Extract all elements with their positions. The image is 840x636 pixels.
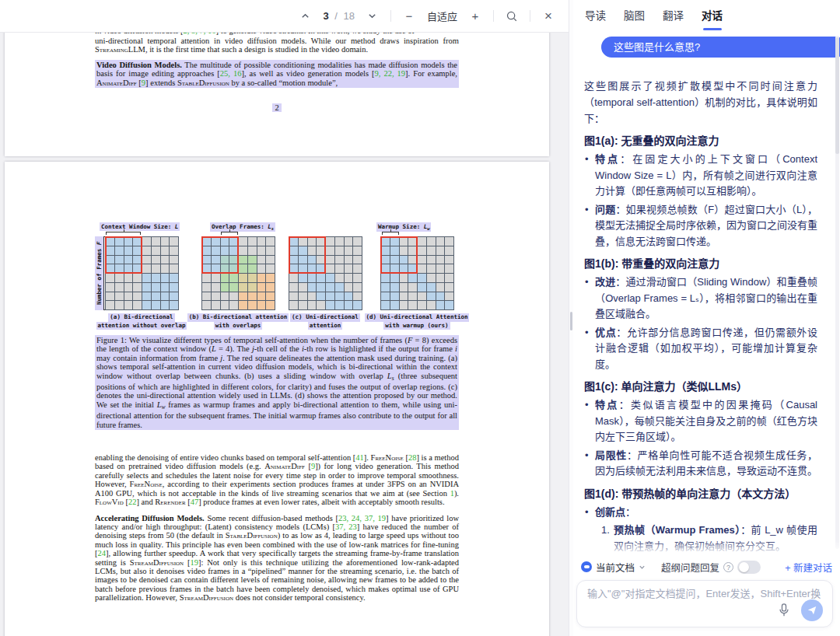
grid-cell bbox=[308, 264, 317, 273]
send-button[interactable] bbox=[801, 599, 823, 621]
grid-cell bbox=[124, 292, 133, 301]
grid-cell bbox=[445, 256, 453, 264]
page-indicator[interactable]: 3 / 18 bbox=[323, 10, 355, 22]
grid-cell bbox=[353, 256, 362, 264]
text-segment: 创新点 bbox=[595, 506, 625, 518]
grid-cell bbox=[408, 274, 417, 282]
attention-grid-a bbox=[105, 236, 179, 310]
assistant-bullet: 创新点： bbox=[584, 505, 817, 521]
grid-cell bbox=[212, 246, 220, 255]
grid-cell bbox=[266, 274, 275, 282]
grid-cell bbox=[289, 292, 298, 301]
grid-cell bbox=[427, 283, 436, 292]
grid-cell bbox=[326, 292, 334, 301]
grid-cell bbox=[308, 256, 317, 264]
grid-cell bbox=[161, 274, 170, 282]
grid-cell bbox=[299, 237, 307, 246]
grid-cell bbox=[381, 237, 390, 246]
page-up-button[interactable] bbox=[297, 9, 313, 24]
pdf-viewer-pane: 3 / 18 − 自适应 + × in video diffusion mode… bbox=[0, 0, 569, 636]
grid-cell bbox=[124, 283, 133, 292]
grid-cell bbox=[106, 274, 114, 282]
grid-cell bbox=[266, 264, 275, 273]
grid-cell bbox=[408, 237, 417, 246]
assistant-bullet: 优点：允许部分信息跨窗口传递，但仍需额外设计融合逻辑（如加权平均），可能增加计算… bbox=[584, 325, 817, 373]
divider-drag-handle[interactable] bbox=[570, 312, 572, 330]
grid-cell bbox=[133, 237, 142, 246]
grid-cell bbox=[299, 283, 307, 292]
search-button[interactable] bbox=[504, 9, 520, 24]
text-segment: Context Window Size: bbox=[101, 223, 175, 230]
text-segment: F bbox=[96, 242, 103, 246]
text-segment: 优点 bbox=[595, 327, 616, 338]
text-segment: ： bbox=[625, 506, 635, 518]
grid-cell bbox=[170, 246, 178, 255]
grid-cell bbox=[142, 256, 151, 264]
chat-scrollbar[interactable] bbox=[835, 36, 839, 549]
grid-cell bbox=[115, 274, 124, 282]
grid-cell bbox=[257, 256, 266, 264]
grid-cell bbox=[418, 274, 426, 282]
tab-对话[interactable]: 对话 bbox=[702, 0, 723, 33]
grid-cell bbox=[308, 246, 317, 255]
doc-scope-selector[interactable]: 当前文档 bbox=[581, 560, 646, 575]
grid-cell bbox=[229, 237, 238, 246]
grid-cell bbox=[427, 264, 436, 273]
grid-cell bbox=[390, 256, 399, 264]
text-segment: StreamDiffusion bbox=[180, 593, 233, 602]
tab-导读[interactable]: 导读 bbox=[585, 0, 606, 33]
assistant-panel: 导读脑图翻译对话 这些图是什么意思? 这些图展示了视频扩散模型中不同时间注意力（… bbox=[573, 0, 840, 636]
tab-脑图[interactable]: 脑图 bbox=[624, 0, 645, 33]
zoom-in-button[interactable]: + bbox=[467, 9, 483, 24]
tab-翻译[interactable]: 翻译 bbox=[663, 0, 684, 33]
grid-cell bbox=[142, 301, 151, 309]
grid-cell bbox=[124, 256, 133, 264]
chat-input-box[interactable] bbox=[576, 580, 833, 627]
grid-cell bbox=[142, 283, 151, 292]
grid-cell bbox=[212, 256, 220, 264]
chevron-up-icon bbox=[300, 11, 310, 21]
zoom-out-button[interactable]: − bbox=[401, 9, 417, 24]
panel-caption-line: (d) Uni-directional Attention bbox=[365, 313, 470, 322]
grid-cell bbox=[400, 301, 408, 309]
block-text: 局限性：严格单向性可能不适合视频生成任务，因为后续帧无法利用未来信息，导致运动不… bbox=[595, 449, 817, 477]
beyond-scope-label: 超纲问题回复 bbox=[661, 560, 719, 575]
grid-cell bbox=[345, 256, 353, 264]
microphone-icon[interactable] bbox=[777, 603, 791, 618]
grid-cell bbox=[418, 264, 426, 273]
grid-cell bbox=[161, 246, 170, 255]
text-segment: ：在固定大小的上下文窗口（Context Window Size = L）内，所… bbox=[595, 153, 817, 197]
grid-cell bbox=[133, 264, 142, 273]
assistant-bullet: 特点：在固定大小的上下文窗口（Context Window Size = L）内… bbox=[584, 152, 817, 200]
text-segment: ] to generate video streams. In this wor… bbox=[216, 33, 415, 35]
text-segment: i bbox=[455, 344, 457, 353]
toolbar-divider bbox=[493, 10, 494, 22]
page-down-button[interactable] bbox=[365, 9, 380, 24]
grid-cell bbox=[390, 237, 399, 246]
text-segment: Warmup Size: bbox=[378, 223, 424, 230]
text-segment: w bbox=[427, 226, 429, 231]
new-chat-button[interactable]: + 新建对话 bbox=[785, 560, 832, 575]
help-icon[interactable]: ? bbox=[723, 562, 733, 572]
beyond-scope-toggle[interactable] bbox=[737, 561, 761, 574]
grid-cell bbox=[317, 237, 325, 246]
pane-divider[interactable] bbox=[569, 0, 573, 636]
chat-input[interactable] bbox=[587, 588, 821, 599]
chevron-down-icon bbox=[367, 11, 377, 21]
grid-cell bbox=[115, 292, 124, 301]
grid-cell bbox=[257, 264, 266, 273]
grid-cell bbox=[408, 256, 417, 264]
grid-cell bbox=[436, 264, 445, 273]
assistant-bullet: 改进：通过滑动窗口（Sliding Window）和重叠帧（Overlap Fr… bbox=[584, 274, 817, 323]
close-button[interactable]: × bbox=[541, 9, 556, 24]
page-current[interactable]: 3 bbox=[323, 10, 328, 22]
text-segment: 预热帧（Warmup Frames） bbox=[614, 524, 740, 536]
chat-scrollbar-thumb[interactable] bbox=[835, 37, 839, 154]
grid-cell bbox=[299, 274, 307, 282]
grid-cell bbox=[257, 283, 266, 292]
grid-cell bbox=[289, 264, 298, 273]
text-segment: -th row is highlighted if the output for… bbox=[304, 344, 455, 353]
pdf-scroll-area[interactable]: in video diffusion models [2, 5, 7, 16] … bbox=[0, 33, 569, 636]
grid-cell bbox=[152, 256, 160, 264]
fit-mode-button[interactable]: 自适应 bbox=[427, 9, 457, 23]
